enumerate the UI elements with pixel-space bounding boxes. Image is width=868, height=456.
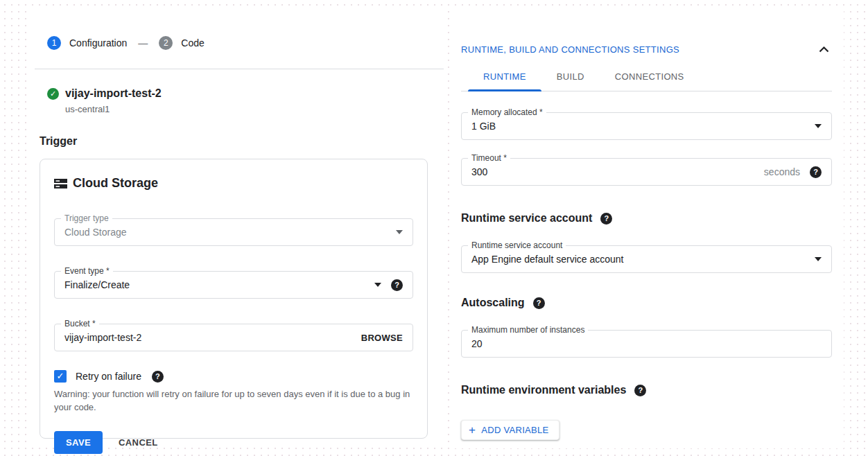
bucket-label: Bucket *: [61, 319, 99, 329]
max-instances-label: Maximum number of instances: [468, 325, 588, 335]
retry-help-icon[interactable]: ?: [152, 371, 164, 383]
trigger-actions-row: SAVE CANCEL: [54, 431, 413, 454]
trigger-type-value: Cloud Storage: [64, 227, 396, 238]
retry-label: Retry on failure: [76, 371, 141, 382]
cancel-button[interactable]: CANCEL: [119, 437, 158, 448]
event-type-select[interactable]: Event type * Finalize/Create ?: [54, 271, 413, 299]
cloud-storage-icon: [54, 178, 67, 189]
settings-expander[interactable]: RUNTIME, BUILD AND CONNECTIONS SETTINGS: [461, 44, 832, 55]
retry-on-failure-row: ✓ Retry on failure ?: [54, 370, 413, 383]
autoscaling-help-icon[interactable]: ?: [533, 297, 545, 309]
env-variables-heading: Runtime environment variables ?: [461, 384, 832, 396]
bucket-input[interactable]: [64, 332, 361, 343]
trigger-card-title-row: Cloud Storage: [54, 176, 413, 191]
tab-build[interactable]: BUILD: [541, 71, 600, 91]
header-divider: [35, 69, 444, 69]
plus-icon: +: [469, 426, 476, 435]
retry-warning-text: Warning: your function will retry on fai…: [54, 387, 413, 414]
timeout-input[interactable]: [471, 166, 764, 177]
event-type-label: Event type *: [61, 266, 113, 277]
settings-expander-label: RUNTIME, BUILD AND CONNECTIONS SETTINGS: [461, 44, 679, 55]
event-type-help-icon[interactable]: ?: [391, 279, 403, 291]
trigger-section-title: Trigger: [40, 135, 444, 148]
event-type-value: Finalize/Create: [64, 279, 374, 290]
chevron-up-icon[interactable]: [819, 46, 829, 53]
dropdown-arrow-icon: [374, 283, 381, 287]
stepper: 1 Configuration — 2 Code: [47, 36, 444, 50]
tab-connections[interactable]: CONNECTIONS: [600, 71, 700, 91]
runtime-service-account-heading: Runtime service account ?: [461, 212, 832, 225]
autoscaling-heading-text: Autoscaling: [461, 297, 525, 309]
memory-allocated-label: Memory allocated *: [468, 107, 546, 118]
step-configuration-label[interactable]: Configuration: [69, 37, 127, 49]
runtime-service-account-label: Runtime service account: [468, 240, 566, 251]
trigger-type-label: Trigger type: [61, 213, 112, 224]
dropdown-arrow-icon: [815, 257, 822, 261]
max-instances-input[interactable]: [471, 338, 822, 349]
add-variable-button[interactable]: + ADD VARIABLE: [461, 420, 559, 440]
step-separator: —: [138, 37, 148, 49]
browse-button[interactable]: BROWSE: [361, 333, 403, 343]
memory-allocated-value: 1 GiB: [471, 121, 815, 132]
runtime-service-account-heading-text: Runtime service account: [461, 212, 592, 225]
env-variables-help-icon[interactable]: ?: [634, 385, 646, 396]
retry-checkbox[interactable]: ✓: [54, 370, 67, 383]
dropdown-arrow-icon: [396, 230, 403, 234]
runtime-settings-panel: RUNTIME, BUILD AND CONNECTIONS SETTINGS …: [453, 10, 844, 448]
function-region: us-central1: [65, 104, 444, 114]
step-code-label[interactable]: Code: [181, 37, 204, 49]
success-check-icon: ✓: [47, 88, 59, 100]
service-account-help-icon[interactable]: ?: [600, 213, 612, 225]
env-variables-heading-text: Runtime environment variables: [461, 384, 626, 396]
function-title-row: ✓ vijay-import-test-2: [47, 87, 444, 100]
function-name: vijay-import-test-2: [65, 87, 162, 100]
memory-allocated-select[interactable]: Memory allocated * 1 GiB: [461, 112, 832, 140]
dropdown-arrow-icon: [815, 124, 822, 128]
timeout-field: Timeout * seconds ?: [461, 158, 832, 186]
add-variable-label: ADD VARIABLE: [481, 425, 548, 435]
step-configuration-circle[interactable]: 1: [47, 36, 61, 50]
tab-runtime[interactable]: RUNTIME: [468, 71, 541, 91]
autoscaling-heading: Autoscaling ?: [461, 297, 832, 309]
timeout-label: Timeout *: [468, 153, 510, 164]
runtime-service-account-value: App Engine default service account: [471, 254, 815, 265]
save-button[interactable]: SAVE: [54, 431, 103, 454]
trigger-card-title: Cloud Storage: [73, 176, 158, 191]
step-code-circle[interactable]: 2: [159, 36, 173, 50]
timeout-help-icon[interactable]: ?: [810, 166, 822, 178]
function-config-panel: 1 Configuration — 2 Code ✓ vijay-import-…: [30, 10, 444, 444]
settings-tabs: RUNTIME BUILD CONNECTIONS: [461, 71, 832, 91]
runtime-service-account-select[interactable]: Runtime service account App Engine defau…: [461, 245, 832, 273]
trigger-card: Cloud Storage Trigger type Cloud Storage…: [40, 159, 428, 439]
bucket-field: Bucket * BROWSE: [54, 324, 413, 351]
trigger-type-select[interactable]: Trigger type Cloud Storage: [54, 218, 413, 246]
cloud-function-edit-page: 1 Configuration — 2 Code ✓ vijay-import-…: [0, 0, 868, 456]
max-instances-field: Maximum number of instances: [461, 330, 832, 358]
timeout-unit: seconds: [764, 166, 800, 177]
